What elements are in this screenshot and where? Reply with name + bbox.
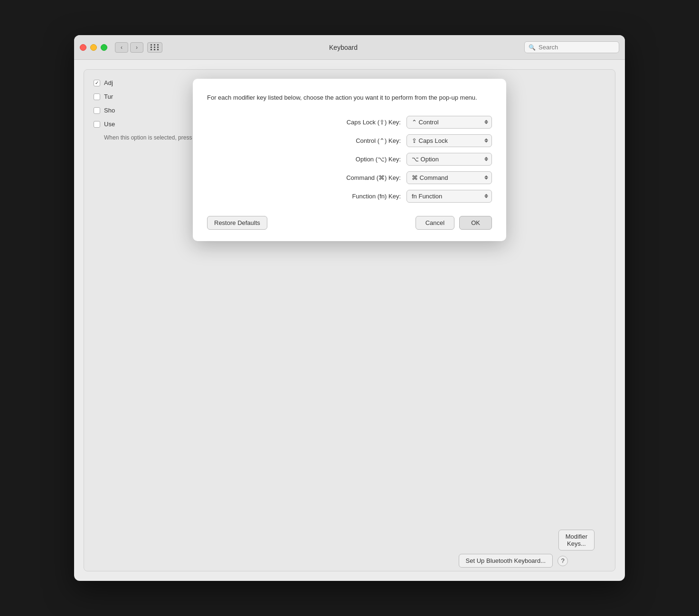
- option-select[interactable]: ⌥ Option ⌃ Control ⌘ Command ⇪ Caps Lock…: [406, 153, 492, 166]
- modal-description: For each modifier key listed below, choo…: [207, 93, 492, 103]
- modifier-row-control: Control (⌃) Key: ⇪ Caps Lock ⌃ Control ⌘…: [207, 134, 492, 147]
- modifier-keys-modal: For each modifier key listed below, choo…: [193, 79, 506, 241]
- modifier-rows: Caps Lock (⇪) Key: ⌃ Control ⌘ Command ⌥…: [207, 116, 492, 203]
- control-select[interactable]: ⇪ Caps Lock ⌃ Control ⌘ Command ⌥ Option…: [406, 134, 492, 147]
- command-select[interactable]: ⌘ Command ⌃ Control ⌥ Option ⇪ Caps Lock…: [406, 171, 492, 184]
- search-input[interactable]: [538, 44, 615, 51]
- function-key-label: Function (fn) Key:: [315, 193, 401, 200]
- capslock-select-wrapper: ⌃ Control ⌘ Command ⌥ Option ⇪ Caps Lock…: [406, 116, 492, 129]
- control-select-wrapper: ⇪ Caps Lock ⌃ Control ⌘ Command ⌥ Option…: [406, 134, 492, 147]
- search-icon: 🔍: [529, 44, 536, 51]
- option-select-wrapper: ⌥ Option ⌃ Control ⌘ Command ⇪ Caps Lock…: [406, 153, 492, 166]
- close-button[interactable]: [80, 44, 86, 51]
- restore-defaults-button[interactable]: Restore Defaults: [207, 216, 267, 230]
- function-select[interactable]: fn Function ⌃ Control ⌥ Option ⌘ Command…: [406, 190, 492, 203]
- control-key-label: Control (⌃) Key:: [315, 137, 401, 144]
- minimize-button[interactable]: [90, 44, 97, 51]
- capslock-select[interactable]: ⌃ Control ⌘ Command ⌥ Option ⇪ Caps Lock…: [406, 116, 492, 129]
- command-key-label: Command (⌘) Key:: [315, 174, 401, 181]
- keyboard-preferences-window: ‹ › Keyboard 🔍 ✓ Adj: [74, 35, 625, 581]
- traffic-lights: [80, 44, 107, 51]
- ok-button[interactable]: OK: [459, 216, 492, 230]
- back-button[interactable]: ‹: [115, 42, 128, 53]
- command-select-wrapper: ⌘ Command ⌃ Control ⌥ Option ⇪ Caps Lock…: [406, 171, 492, 184]
- modal-overlay: For each modifier key listed below, choo…: [74, 60, 625, 581]
- search-box[interactable]: 🔍: [524, 41, 619, 53]
- grid-button[interactable]: [147, 42, 162, 53]
- cancel-button[interactable]: Cancel: [416, 216, 454, 230]
- titlebar: ‹ › Keyboard 🔍: [74, 35, 625, 60]
- forward-button[interactable]: ›: [130, 42, 143, 53]
- modifier-row-option: Option (⌥) Key: ⌥ Option ⌃ Control ⌘ Com…: [207, 153, 492, 166]
- modal-right-buttons: Cancel OK: [416, 216, 492, 230]
- capslock-key-label: Caps Lock (⇪) Key:: [315, 119, 401, 126]
- modifier-row-command: Command (⌘) Key: ⌘ Command ⌃ Control ⌥ O…: [207, 171, 492, 184]
- maximize-button[interactable]: [101, 44, 107, 51]
- option-key-label: Option (⌥) Key:: [315, 156, 401, 163]
- content-area: ✓ Adj Tur Sho Use When this option is se…: [74, 60, 625, 581]
- modifier-row-function: Function (fn) Key: fn Function ⌃ Control…: [207, 190, 492, 203]
- function-select-wrapper: fn Function ⌃ Control ⌥ Option ⌘ Command…: [406, 190, 492, 203]
- window-title: Keyboard: [162, 44, 524, 51]
- nav-buttons: ‹ ›: [115, 42, 162, 53]
- modifier-row-capslock: Caps Lock (⇪) Key: ⌃ Control ⌘ Command ⌥…: [207, 116, 492, 129]
- modal-buttons: Restore Defaults Cancel OK: [207, 216, 492, 230]
